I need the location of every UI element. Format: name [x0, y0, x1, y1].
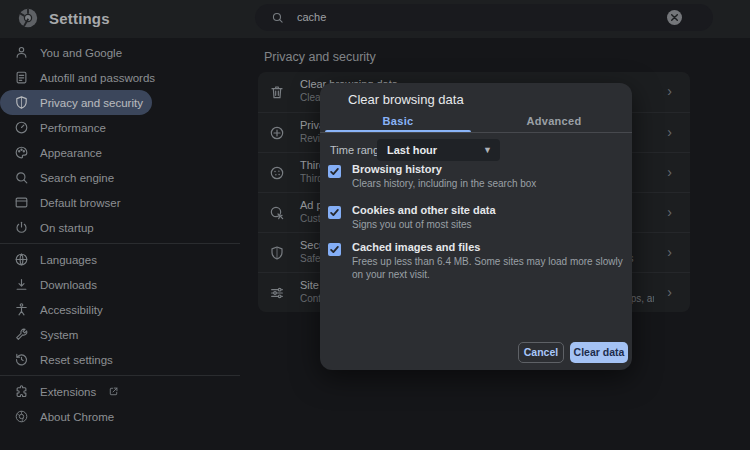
tab-advanced[interactable]: Advanced: [476, 110, 632, 132]
dialog-title: Clear browsing data: [348, 92, 464, 107]
clear-browsing-data-dialog: Clear browsing data Basic Advanced Time …: [320, 83, 632, 370]
option-subtitle: Clears history, including in the search …: [352, 178, 624, 191]
chevron-down-icon: ▼: [483, 139, 492, 161]
cancel-button[interactable]: Cancel: [518, 342, 564, 363]
cookies-checkbox[interactable]: [328, 206, 341, 219]
option-title: Browsing history: [352, 162, 614, 176]
option-subtitle: Signs you out of most sites: [352, 219, 624, 232]
clear-data-button[interactable]: Clear data: [570, 342, 628, 363]
tab-basic[interactable]: Basic: [320, 110, 476, 132]
cached-images-checkbox[interactable]: [328, 243, 341, 256]
time-range-value: Last hour: [387, 139, 437, 161]
time-range-select[interactable]: Last hour ▼: [377, 139, 500, 161]
option-cached-images: Cached images and files Frees up less th…: [328, 240, 614, 281]
option-cookies: Cookies and other site data Signs you ou…: [328, 203, 614, 232]
browsing-history-checkbox[interactable]: [328, 165, 341, 178]
option-title: Cached images and files: [352, 240, 614, 254]
option-title: Cookies and other site data: [352, 203, 614, 217]
dialog-divider: [320, 132, 632, 133]
option-browsing-history: Browsing history Clears history, includi…: [328, 162, 614, 191]
dialog-tabs: Basic Advanced: [320, 110, 632, 132]
chrome-settings-window: Settings cache You and Google Autofill a…: [0, 0, 750, 450]
option-subtitle: Frees up less than 6.4 MB. Some sites ma…: [352, 256, 624, 281]
